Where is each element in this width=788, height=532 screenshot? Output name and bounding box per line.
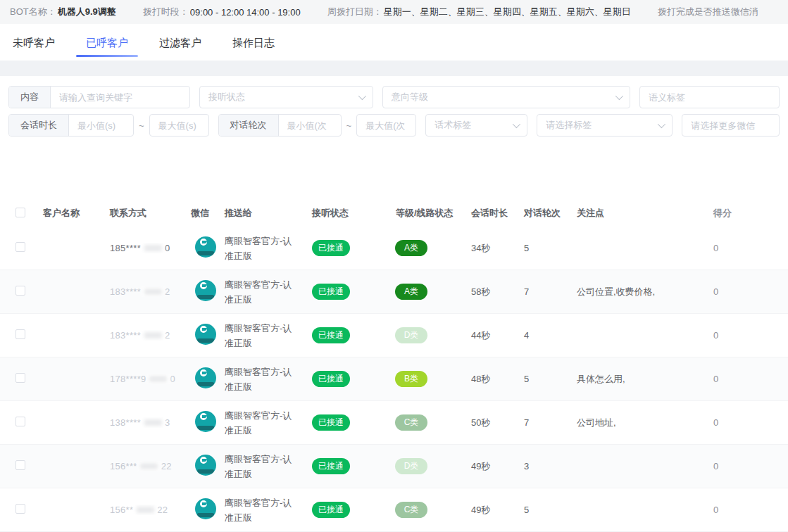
filter-row-1: 内容 接听状态 意向等级 [8,86,780,108]
script-tag-select[interactable]: 话术标签 [425,114,527,137]
duration-max-field [149,114,209,137]
wechat-avatar-icon [195,498,216,519]
listen-status-badge: 已接通 [312,502,350,518]
listen-status-select[interactable]: 接听状态 [199,86,373,108]
table-body: 185****0 鹰眼智客官方-认准正版 已接通 A类 34秒 5 0 183*… [0,227,788,532]
session-duration-label: 会话时长 [9,115,69,136]
table-row[interactable]: 183****2 鹰眼智客官方-认准正版 已接通 D类 44秒 4 0 [0,314,788,357]
header-dialog-turns: 对话轮次 [520,207,573,220]
header-grade-line-status: 等级/线路状态 [386,207,467,220]
dialog-turns-group: 对话轮次 [218,114,342,137]
row-checkbox[interactable] [15,504,25,514]
turns-max-input[interactable] [357,120,415,131]
select-all-checkbox[interactable] [15,208,25,217]
redacted-digits [142,417,164,428]
redacted-digits [147,374,170,384]
pushed-to-cell: 鹰眼智客官方-认准正版 [220,365,305,394]
turns-min-input[interactable] [279,115,341,136]
table-row[interactable]: 138****3 鹰眼智客官方-认准正版 已接通 C类 50秒 7 公司地址, … [0,401,788,445]
turns-cell: 5 [520,505,573,515]
dial-time-range: 拨打时段： 09:00 - 12:00 14:00 - 19:00 [143,6,301,18]
tab-called-customers[interactable]: 已呼客户 [85,27,130,58]
content-filter-group: 内容 [8,86,190,108]
pushed-to-cell: 鹰眼智客官方-认准正版 [220,234,305,263]
score-cell: 0 [706,374,788,384]
tag-select[interactable]: 请选择标签 [537,114,673,137]
chevron-down-icon [358,92,366,100]
listen-status-badge: 已接通 [312,327,350,343]
table-row[interactable]: 178****90 鹰眼智客官方-认准正版 已接通 B类 48秒 5 具体怎么用… [0,357,788,401]
session-duration-group: 会话时长 [8,114,134,137]
duration-cell: 48秒 [467,373,520,386]
duration-max-input[interactable] [150,120,208,131]
contact-cell: 156***22 [106,461,187,471]
content-label: 内容 [9,87,51,108]
dialog-turns-label: 对话轮次 [219,115,279,136]
listen-status-badge: 已接通 [312,371,350,387]
contact-cell: 183****2 [106,330,187,341]
score-cell: 0 [706,461,788,471]
table-row[interactable]: 183****2 鹰眼智客官方-认准正版 已接通 A类 58秒 7 公司位置,收… [0,270,788,314]
row-checkbox[interactable] [15,242,25,252]
turns-cell: 4 [520,330,573,341]
row-checkbox[interactable] [15,286,25,296]
semantic-tag-field [639,86,780,108]
header-customer-name: 客户名称 [39,207,106,220]
wechat-avatar-icon [195,280,216,301]
bot-name: BOT名称： 机器人9.9调整 [10,6,116,18]
header-focus: 关注点 [573,207,706,220]
duration-min-input[interactable] [69,115,133,136]
wechat-avatar-icon [195,367,216,388]
table-row[interactable]: 156***22 鹰眼智客官方-认准正版 已接通 D类 49秒 3 0 [0,445,788,488]
tab-filtered-customers[interactable]: 过滤客户 [158,27,203,58]
intent-level-select[interactable]: 意向等级 [382,86,630,108]
turns-max-field [356,114,416,137]
focus-cell: 公司位置,收费价格, [573,286,706,298]
duration-cell: 49秒 [467,460,520,473]
filter-row-2: 会话时长 ~ 对话轮次 ~ 话术标签 请选择标签 [8,114,780,137]
redacted-digits [142,243,164,253]
header-listen-status: 接听状态 [305,207,386,220]
listen-status-badge: 已接通 [312,458,350,474]
content-keyword-input[interactable] [51,87,189,108]
filter-panel: 内容 接听状态 意向等级 会话时长 ~ 对话轮次 ~ [0,76,788,146]
grade-badge: D类 [395,327,427,343]
redacted-digits [138,461,161,471]
header-contact: 联系方式 [106,207,187,220]
row-checkbox[interactable] [15,417,25,426]
duration-cell: 44秒 [467,329,520,342]
table-header-row: 客户名称 联系方式 微信 推送给 接听状态 等级/线路状态 会话时长 对话轮次 … [0,200,788,227]
header-pushed-to: 推送给 [220,207,305,220]
duration-cell: 58秒 [467,286,520,298]
grade-badge: A类 [395,240,427,256]
pushed-to-cell: 鹰眼智客官方-认准正版 [220,452,305,481]
table-row[interactable]: 156**22 鹰眼智客官方-认准正版 已接通 C类 49秒 5 0 [0,488,788,532]
pushed-to-cell: 鹰眼智客官方-认准正版 [220,408,305,438]
called-customers-table: 客户名称 联系方式 微信 推送给 接听状态 等级/线路状态 会话时长 对话轮次 … [0,200,788,532]
semantic-tag-input[interactable] [640,92,779,103]
grade-badge: C类 [395,502,427,518]
grade-badge: D类 [395,458,427,474]
row-checkbox[interactable] [15,460,25,470]
tab-operation-log[interactable]: 操作日志 [231,27,276,58]
turns-cell: 7 [520,417,573,428]
duration-cell: 34秒 [467,242,520,255]
section-divider [0,61,788,76]
listen-status-badge: 已接通 [312,284,350,300]
listen-status-badge: 已接通 [312,414,350,431]
pushed-to-cell: 鹰眼智客官方-认准正版 [220,495,305,525]
wechat-avatar-icon [195,411,216,432]
turns-cell: 3 [520,461,573,471]
score-cell: 0 [706,286,788,297]
row-checkbox[interactable] [15,373,25,383]
row-checkbox[interactable] [15,329,25,339]
turns-cell: 5 [520,374,573,384]
grade-badge: B类 [395,371,427,387]
more-wechat-input[interactable] [682,120,779,131]
tab-uncalled-customers[interactable]: 未呼客户 [11,27,56,58]
header-session-duration: 会话时长 [467,207,520,220]
grade-badge: C类 [395,414,427,431]
duration-cell: 50秒 [467,417,520,429]
chevron-down-icon [658,120,665,128]
table-row[interactable]: 185****0 鹰眼智客官方-认准正版 已接通 A类 34秒 5 0 [0,227,788,270]
